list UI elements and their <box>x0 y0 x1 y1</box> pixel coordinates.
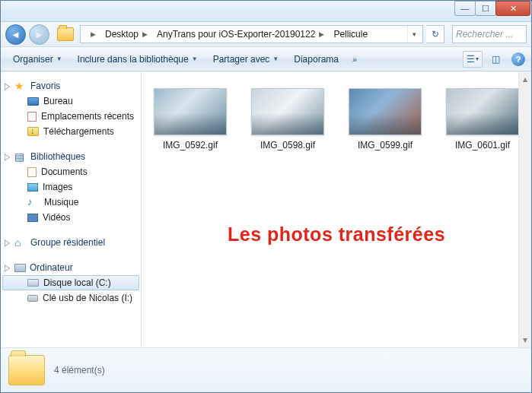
breadcrumb[interactable]: Pellicule <box>329 26 372 43</box>
slideshow-button[interactable]: Diaporama <box>288 52 345 67</box>
breadcrumb[interactable]: Desktop▶ <box>100 26 152 43</box>
label: Disque local (C:) <box>43 277 111 288</box>
overlay-caption: Les photos transférées <box>142 223 531 246</box>
label: Diaporama <box>294 54 339 65</box>
file-name: IMG_0598.gif <box>260 140 315 151</box>
minimize-button[interactable]: — <box>454 1 476 16</box>
search-input[interactable]: Rechercher ... <box>452 25 527 43</box>
sidebar-item-music[interactable]: ♪Musique <box>1 195 141 210</box>
include-library-button[interactable]: Inclure dans la bibliothèque▼ <box>72 52 204 67</box>
sidebar-item-documents[interactable]: Documents <box>1 164 141 179</box>
file-item[interactable]: IMG_0592.gif <box>152 88 228 151</box>
sidebar-group-libraries[interactable]: ▤Bibliothèques <box>1 150 141 164</box>
label: Bureau <box>43 96 73 106</box>
label: Partager avec <box>213 54 270 65</box>
file-name: IMG_0599.gif <box>358 140 413 151</box>
maximize-button[interactable]: ☐ <box>475 1 496 16</box>
sidebar-item-desktop[interactable]: Bureau <box>1 93 141 109</box>
breadcrumb-label: Pellicule <box>333 29 368 40</box>
file-item[interactable]: IMG_0599.gif <box>347 88 423 151</box>
view-options-button[interactable]: ☰▾ <box>463 51 483 68</box>
share-button[interactable]: Partager avec▼ <box>207 52 285 67</box>
thumbnail <box>349 88 422 135</box>
forward-button[interactable]: ► <box>29 24 49 45</box>
file-item[interactable]: IMG_0598.gif <box>250 88 326 151</box>
label: Ordinateur <box>30 262 73 273</box>
overflow-chevron[interactable]: » <box>348 55 362 64</box>
sidebar-group-homegroup[interactable]: ⌂Groupe résidentiel <box>1 236 141 250</box>
sidebar-item-images[interactable]: Images <box>1 179 141 195</box>
file-name: IMG_0601.gif <box>455 140 510 151</box>
music-icon: ♪ <box>27 197 40 208</box>
sidebar-item-videos[interactable]: Vidéos <box>1 210 141 225</box>
toolbar: Organiser▼ Inclure dans la bibliothèque▼… <box>1 47 531 71</box>
preview-pane-button[interactable]: ◫ <box>486 51 505 68</box>
label: Musique <box>44 197 78 208</box>
usb-icon <box>27 295 38 302</box>
folder-icon <box>8 355 45 385</box>
navigation-row: ◄ ► ▶ Desktop▶ AnyTrans pour iOS-Exporte… <box>1 22 531 47</box>
downloads-icon <box>27 127 39 136</box>
computer-icon <box>14 264 26 272</box>
close-button[interactable]: ✕ <box>495 1 530 16</box>
label: Téléchargements <box>43 126 114 137</box>
label: Bibliothèques <box>30 151 85 162</box>
thumbnail <box>251 88 324 135</box>
thumbnail <box>446 88 519 135</box>
folder-icon <box>57 27 74 41</box>
videos-icon <box>27 214 38 222</box>
sidebar-item-downloads[interactable]: Téléchargements <box>1 124 141 139</box>
item-count: 4 élément(s) <box>54 365 105 376</box>
refresh-button[interactable]: ↻ <box>426 25 444 43</box>
help-button[interactable]: ? <box>511 52 525 66</box>
label: Vidéos <box>43 212 70 223</box>
desktop-icon <box>27 97 39 106</box>
images-icon <box>27 183 38 192</box>
label: Clé usb de Nicolas (I:) <box>43 293 132 303</box>
titlebar: — ☐ ✕ <box>1 1 531 22</box>
label: Groupe résidentiel <box>30 237 105 248</box>
details-pane: 4 élément(s) <box>1 347 531 392</box>
organize-button[interactable]: Organiser▼ <box>7 52 68 67</box>
explorer-window: — ☐ ✕ ◄ ► ▶ Desktop▶ AnyTrans pour iOS-E… <box>0 0 532 393</box>
body: ★Favoris Bureau Emplacements récents Tél… <box>1 71 531 347</box>
label: Favoris <box>30 81 60 91</box>
sidebar-item-usb[interactable]: Clé usb de Nicolas (I:) <box>1 290 141 306</box>
sidebar-group-favorites[interactable]: ★Favoris <box>1 79 141 93</box>
documents-icon <box>27 167 37 177</box>
breadcrumb-label: AnyTrans pour iOS-Exporter-20190122 <box>157 29 315 40</box>
breadcrumb[interactable]: ▶ <box>82 26 100 43</box>
label: Inclure dans la bibliothèque <box>78 54 189 65</box>
vertical-scrollbar[interactable]: ▴▾ <box>518 71 531 347</box>
sidebar-group-computer[interactable]: Ordinateur <box>1 261 141 275</box>
thumbnail <box>154 88 227 135</box>
file-item[interactable]: IMG_0601.gif <box>444 88 521 151</box>
breadcrumb[interactable]: AnyTrans pour iOS-Exporter-20190122▶ <box>152 26 329 43</box>
label: Emplacements récents <box>41 111 134 122</box>
sidebar-item-local-disk[interactable]: Disque local (C:) <box>2 275 139 290</box>
file-list-pane: IMG_0592.gif IMG_0598.gif IMG_0599.gif I… <box>142 71 531 347</box>
file-name: IMG_0592.gif <box>163 140 218 151</box>
label: Organiser <box>13 54 53 65</box>
breadcrumb-label: Desktop <box>105 29 139 40</box>
address-dropdown[interactable]: ▾ <box>407 26 421 43</box>
thumbnails-row: IMG_0592.gif IMG_0598.gif IMG_0599.gif I… <box>152 88 521 151</box>
back-button[interactable]: ◄ <box>5 24 26 45</box>
recent-icon <box>27 112 37 122</box>
address-bar[interactable]: ▶ Desktop▶ AnyTrans pour iOS-Exporter-20… <box>80 25 423 43</box>
label: Documents <box>41 166 88 177</box>
navigation-pane: ★Favoris Bureau Emplacements récents Tél… <box>1 71 142 347</box>
disk-icon <box>27 279 39 287</box>
sidebar-item-recent[interactable]: Emplacements récents <box>1 109 141 124</box>
label: Images <box>43 182 72 192</box>
